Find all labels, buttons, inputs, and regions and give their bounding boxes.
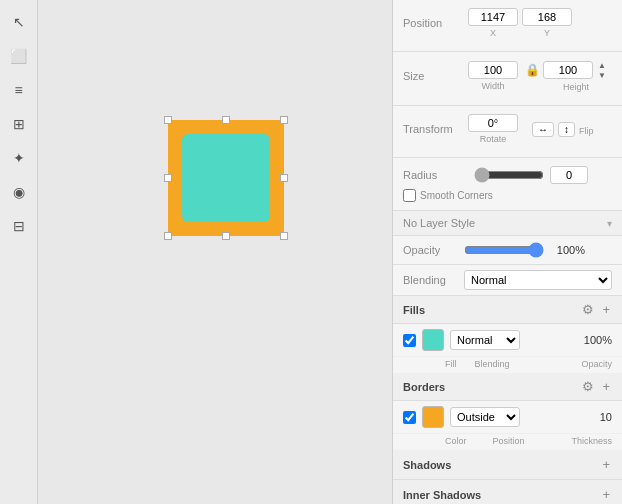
fills-actions: ⚙ + [580, 302, 612, 317]
border-col-thickness: Thickness [571, 436, 612, 446]
shadows-section-header: Shadows + [393, 450, 622, 480]
shape-container [168, 120, 284, 236]
handle-top-left[interactable] [164, 116, 172, 124]
y-input[interactable] [522, 8, 572, 26]
position-label: Position [403, 17, 468, 29]
borders-section-header: Borders ⚙ + [393, 373, 622, 401]
height-input[interactable] [543, 61, 593, 79]
radius-row: Radius [403, 166, 612, 184]
shadows-label: Shadows [403, 459, 451, 471]
fill-color-swatch[interactable] [422, 329, 444, 351]
star-tool-btn[interactable]: ✦ [5, 144, 33, 172]
height-down-btn[interactable]: ▼ [595, 70, 609, 80]
rotate-input[interactable] [468, 114, 518, 132]
width-label: Width [481, 81, 504, 91]
shadows-add-icon[interactable]: + [600, 457, 612, 472]
rotate-label: Rotate [480, 134, 507, 144]
y-label: Y [544, 28, 550, 38]
circle-tool-btn[interactable]: ◉ [5, 178, 33, 206]
border-item-row: Outside Inside Center 10 [393, 401, 622, 434]
borders-label: Borders [403, 381, 445, 393]
width-input-group: Width [468, 61, 518, 91]
layer-style-chevron: ▾ [607, 218, 612, 229]
y-input-group: Y [522, 8, 572, 38]
fill-blending-select[interactable]: Normal [450, 330, 520, 350]
radius-section: Radius Smooth Corners [393, 158, 622, 211]
border-col-labels: Color Position Thickness [393, 434, 622, 450]
radius-input[interactable] [550, 166, 588, 184]
smooth-corners-label: Smooth Corners [420, 190, 493, 201]
right-panel: Position X Y Size Width 🔒 [392, 0, 622, 504]
fill-item-row: Normal 100% [393, 324, 622, 357]
layer-style-label: No Layer Style [403, 217, 475, 229]
border-enabled-checkbox[interactable] [403, 411, 416, 424]
border-position-select[interactable]: Outside Inside Center [450, 407, 520, 427]
layer-style-row[interactable]: No Layer Style ▾ [393, 211, 622, 236]
x-input-group: X [468, 8, 518, 38]
toolbar: ↖ ⬜ ≡ ⊞ ✦ ◉ ⊟ [0, 0, 38, 504]
inner-shadows-label: Inner Shadows [403, 489, 481, 501]
align-tool-btn[interactable]: ≡ [5, 76, 33, 104]
move-tool-btn[interactable]: ↖ [5, 8, 33, 36]
layout-tool-btn[interactable]: ⊟ [5, 212, 33, 240]
blending-select[interactable]: Normal Multiply Screen Overlay [464, 270, 612, 290]
handle-bot-right[interactable] [280, 232, 288, 240]
rotate-input-group: Rotate [468, 114, 518, 144]
x-input[interactable] [468, 8, 518, 26]
radius-slider[interactable] [474, 167, 544, 183]
fill-col-labels: Fill Blending Opacity [393, 357, 622, 373]
handle-bot-left[interactable] [164, 232, 172, 240]
position-section: Position X Y [393, 0, 622, 52]
border-thickness-value: 10 [600, 411, 612, 423]
height-up-btn[interactable]: ▲ [595, 60, 609, 70]
outer-rect-shape[interactable] [168, 120, 284, 236]
size-label: Size [403, 70, 468, 82]
smooth-corners-row: Smooth Corners [403, 189, 612, 202]
fills-section-header: Fills ⚙ + [393, 296, 622, 324]
lock-icon[interactable]: 🔒 [525, 63, 540, 77]
opacity-label: Opacity [403, 244, 458, 256]
fills-settings-icon[interactable]: ⚙ [580, 302, 596, 317]
inner-shadows-section-header: Inner Shadows + [393, 480, 622, 504]
radius-label: Radius [403, 169, 468, 181]
opacity-slider[interactable] [464, 242, 544, 258]
border-color-swatch[interactable] [422, 406, 444, 428]
borders-settings-icon[interactable]: ⚙ [580, 379, 596, 394]
fill-enabled-checkbox[interactable] [403, 334, 416, 347]
fill-col-blending: Blending [475, 359, 510, 369]
inner-rect-shape [182, 134, 270, 222]
fills-add-icon[interactable]: + [600, 302, 612, 317]
handle-mid-right[interactable] [280, 174, 288, 182]
fill-col-opacity: Opacity [581, 359, 612, 369]
opacity-value: 100% [550, 244, 585, 256]
flip-h-btn[interactable]: ↔ [532, 122, 554, 137]
shape-tool-btn[interactable]: ⬜ [5, 42, 33, 70]
handle-top-right[interactable] [280, 116, 288, 124]
fill-col-fill: Fill [445, 359, 457, 369]
flip-label: Flip [579, 126, 594, 136]
blending-label: Blending [403, 274, 458, 286]
inner-shadows-add-icon[interactable]: + [600, 487, 612, 502]
opacity-row: Opacity 100% [393, 236, 622, 265]
width-input[interactable] [468, 61, 518, 79]
height-input-group: ▲ ▼ Height [543, 60, 609, 92]
grid-tool-btn[interactable]: ⊞ [5, 110, 33, 138]
smooth-corners-checkbox[interactable] [403, 189, 416, 202]
borders-actions: ⚙ + [580, 379, 612, 394]
x-label: X [490, 28, 496, 38]
height-stepper: ▲ ▼ [595, 60, 609, 80]
transform-label: Transform [403, 123, 468, 135]
flip-v-btn[interactable]: ↕ [558, 122, 575, 137]
size-section: Size Width 🔒 ▲ ▼ Height [393, 52, 622, 106]
handle-bot-mid[interactable] [222, 232, 230, 240]
borders-add-icon[interactable]: + [600, 379, 612, 394]
handle-mid-left[interactable] [164, 174, 172, 182]
border-col-color: Color [445, 436, 467, 446]
transform-section: Transform Rotate ↔ ↕ Flip [393, 106, 622, 158]
fill-opacity-value: 100% [584, 334, 612, 346]
border-col-position: Position [493, 436, 525, 446]
handle-top-mid[interactable] [222, 116, 230, 124]
canvas[interactable] [38, 0, 392, 504]
blending-row: Blending Normal Multiply Screen Overlay [393, 265, 622, 296]
fills-label: Fills [403, 304, 425, 316]
